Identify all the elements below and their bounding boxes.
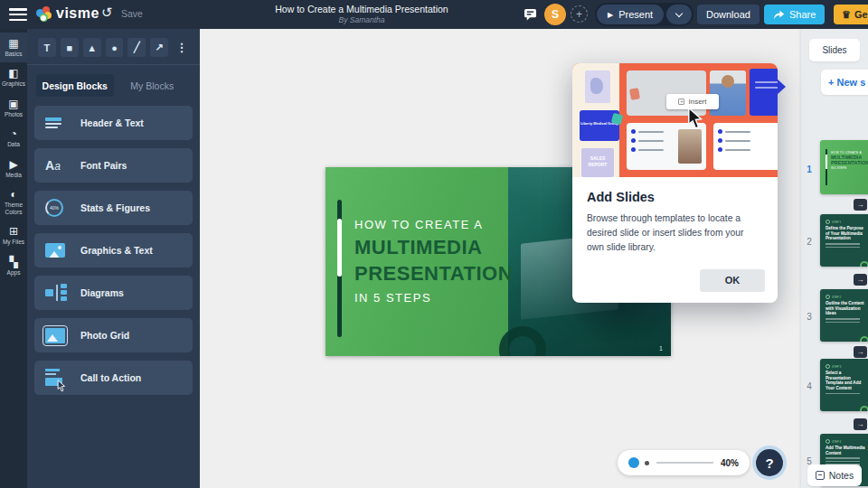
- mini-slide-card: [750, 69, 778, 116]
- slide-number: 3: [801, 312, 817, 322]
- upgrade-button[interactable]: ♛ Ge: [834, 5, 868, 24]
- tab-design-blocks[interactable]: Design Blocks: [36, 74, 114, 97]
- slide-thumbnail-2[interactable]: STEP 1 Define the Purpose of Your Multim…: [820, 214, 868, 267]
- present-button[interactable]: ▶ Present: [597, 5, 664, 24]
- insert-slide-button[interactable]: →: [854, 199, 867, 211]
- hamburger-menu-icon[interactable]: [9, 8, 27, 21]
- media-icon: ▶: [9, 159, 17, 170]
- present-dropdown-button[interactable]: [666, 5, 692, 24]
- avatar[interactable]: S: [544, 4, 566, 25]
- pie-chart-icon: ◔: [10, 128, 16, 139]
- triangle-shape-button[interactable]: ▲: [83, 38, 101, 57]
- top-bar: visme ↺ Save How to Create a Multimedia …: [0, 0, 868, 29]
- graphics-icon: ◧: [8, 68, 18, 79]
- puzzle-piece-icon: [629, 88, 640, 100]
- sidebar-item-apps[interactable]: ▚ Apps: [0, 251, 27, 281]
- circle-shape-button[interactable]: ●: [106, 38, 124, 57]
- shape-toolbar: T ■ ▲ ● ╱ ↗ ⋮: [27, 29, 200, 65]
- insert-slide-button[interactable]: →: [854, 274, 867, 286]
- share-button[interactable]: Share: [764, 5, 825, 24]
- slides-panel: Slides + New s 1 HOW TO CREATE A MULTIME…: [801, 29, 868, 488]
- mini-slide-card: [585, 70, 610, 103]
- block-graphics-text[interactable]: Graphics & Text: [34, 233, 193, 267]
- tab-slides[interactable]: Slides: [809, 39, 860, 61]
- slide-title-line3: PRESENTATION: [354, 262, 513, 286]
- crown-icon: ♛: [842, 9, 851, 21]
- visme-logo-text: visme: [56, 5, 99, 22]
- popup-title: Add Slides: [587, 190, 763, 204]
- stats-figures-icon: 40%: [45, 199, 69, 217]
- notes-label: Notes: [829, 470, 854, 481]
- zoom-slider-handle[interactable]: [628, 457, 639, 468]
- popup-description: Browse through templates to locate a des…: [587, 211, 763, 255]
- line-tool-button[interactable]: ╱: [127, 38, 146, 57]
- photo-grid-icon: [45, 328, 69, 343]
- slide-page-number: 1: [659, 345, 663, 352]
- zoom-slider-tick: [645, 461, 649, 465]
- block-diagrams[interactable]: Diagrams: [34, 276, 193, 310]
- basics-panel: T ■ ▲ ● ╱ ↗ ⋮ Design Blocks My Blocks He…: [27, 29, 200, 488]
- share-label: Share: [789, 9, 816, 20]
- block-call-to-action[interactable]: Call to Action: [34, 361, 193, 395]
- text-tool-button[interactable]: T: [38, 38, 56, 57]
- more-tools-button[interactable]: ⋮: [173, 38, 191, 57]
- block-font-pairs[interactable]: Aa Font Pairs: [34, 148, 193, 183]
- slide-title-line1: HOW TO CREATE A: [354, 218, 513, 231]
- sidebar-item-graphics[interactable]: ◧ Graphics: [0, 62, 27, 92]
- help-button[interactable]: ?: [756, 449, 783, 476]
- popup-arrow-tip: [777, 79, 786, 95]
- document-author: By Samantha: [267, 15, 457, 24]
- new-slide-button[interactable]: + New s: [821, 70, 868, 95]
- apps-icon: ▚: [9, 257, 17, 267]
- block-stats-figures[interactable]: 40% Stats & Figures: [34, 191, 193, 225]
- save-status: Save: [121, 8, 143, 19]
- blocks-tabs: Design Blocks My Blocks: [36, 74, 191, 97]
- share-icon: [773, 10, 785, 20]
- tab-my-blocks[interactable]: My Blocks: [114, 74, 192, 97]
- add-collaborator-button[interactable]: +: [571, 5, 588, 23]
- slide-thumbnail-3[interactable]: STEP 2 Outline the Content with Visualiz…: [820, 289, 868, 342]
- mini-slide-card: SALES REPORT: [581, 148, 614, 177]
- folder-icon: ⊞: [9, 226, 18, 237]
- upgrade-label: Ge: [854, 9, 868, 20]
- visme-logo[interactable]: visme: [36, 5, 99, 22]
- ok-button[interactable]: OK: [700, 269, 765, 292]
- square-shape-button[interactable]: ■: [61, 38, 79, 57]
- present-button-group: ▶ Present: [595, 3, 693, 26]
- document-title-block[interactable]: How to Create a Multimedia Presentation …: [267, 4, 457, 24]
- present-label: Present: [618, 9, 653, 20]
- sidebar-item-media[interactable]: ▶ Media: [0, 154, 27, 183]
- mini-slide-card: [713, 123, 778, 170]
- chevron-down-icon: [675, 9, 683, 16]
- notes-button[interactable]: Notes: [807, 465, 862, 486]
- block-photo-grid[interactable]: Photo Grid: [34, 318, 193, 352]
- slide-thumbnail-1[interactable]: HOW TO CREATE A MULTIMEDIA PRESENTATION …: [820, 140, 868, 194]
- slide-title-line2: MULTIMEDIA: [354, 236, 513, 259]
- insert-slide-button[interactable]: →: [854, 418, 867, 430]
- font-pairs-icon: Aa: [45, 158, 69, 173]
- sidebar-item-theme-colors[interactable]: ◐ Theme Colors: [0, 183, 27, 221]
- sidebar-item-basics[interactable]: ▦ Basics: [0, 33, 27, 62]
- notes-icon: [816, 471, 825, 480]
- insert-slide-button[interactable]: →: [854, 346, 867, 358]
- slide-title-block[interactable]: HOW TO CREATE A MULTIMEDIA PRESENTATION …: [354, 218, 513, 305]
- slide-accent-bar-highlight: [337, 219, 342, 277]
- arrow-tool-button[interactable]: ↗: [150, 38, 168, 57]
- visme-logo-icon: [36, 6, 52, 22]
- comments-icon[interactable]: [524, 8, 537, 24]
- download-button[interactable]: Download: [697, 5, 760, 24]
- cursor-icon: [686, 107, 704, 134]
- palette-icon: ◐: [10, 189, 16, 200]
- sidebar-item-data[interactable]: ◔ Data: [0, 123, 27, 153]
- slide-thumbnail-4[interactable]: STEP 3 Select a Presentation Template an…: [820, 359, 868, 411]
- sidebar-item-photos[interactable]: ▣ Photos: [0, 93, 27, 123]
- undo-icon[interactable]: ↺: [101, 5, 113, 21]
- zoom-slider-track[interactable]: [656, 462, 713, 464]
- sidebar-item-my-files[interactable]: ⊞ My Files: [0, 221, 27, 250]
- add-slides-popup: Liberty Medical Group SALES REPORT +Inse…: [572, 63, 778, 303]
- visme-editor: visme ↺ Save How to Create a Multimedia …: [0, 0, 868, 488]
- slide-number: 1: [801, 164, 817, 174]
- block-header-text[interactable]: Header & Text: [34, 106, 193, 140]
- slide-title-line4: IN 5 STEPS: [354, 291, 513, 305]
- popup-illustration: Liberty Medical Group SALES REPORT +Inse…: [572, 63, 778, 177]
